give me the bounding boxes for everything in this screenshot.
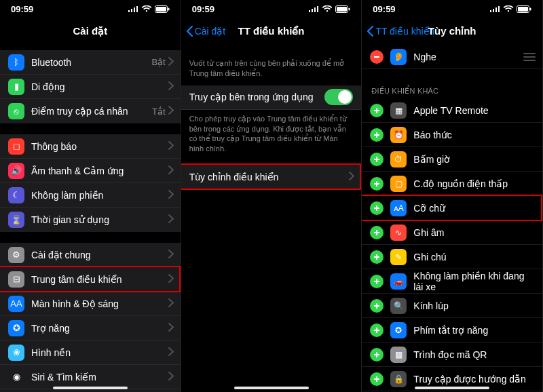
- control-label: Phím tắt trợ năng: [413, 325, 536, 336]
- settings-row[interactable]: ▮Di động: [0, 75, 181, 99]
- svg-rect-12: [337, 7, 347, 12]
- settings-row[interactable]: ✪Trợ năng: [0, 316, 181, 340]
- status-indicators: [490, 5, 531, 13]
- chevron-right-icon: [168, 298, 174, 309]
- add-button[interactable]: [370, 324, 383, 337]
- row-label: Siri & Tìm kiếm: [31, 372, 168, 383]
- control-item[interactable]: ▩Trình đọc mã QR: [362, 342, 542, 367]
- back-label: Cài đặt: [195, 26, 226, 37]
- chevron-right-icon: [168, 57, 174, 68]
- control-item[interactable]: ᴀACỡ chữ: [362, 196, 542, 220]
- settings-row[interactable]: ⚙Cài đặt chung: [0, 243, 181, 267]
- add-button[interactable]: [370, 348, 383, 361]
- page-title: Tùy chỉnh: [428, 25, 476, 37]
- settings-row[interactable]: ☺Face ID & Mật mã: [0, 389, 181, 392]
- control-label: Cỡ chữ: [413, 203, 536, 214]
- add-button[interactable]: [370, 275, 383, 288]
- add-button[interactable]: [370, 250, 383, 264]
- textsize-icon: ᴀA: [390, 200, 407, 216]
- svg-rect-33: [374, 232, 379, 233]
- status-time: 09:59: [373, 4, 395, 14]
- add-button[interactable]: [370, 226, 383, 239]
- settings-row[interactable]: ❀Hình nền: [0, 340, 181, 365]
- chevron-right-icon: [168, 323, 174, 334]
- add-button[interactable]: [370, 372, 383, 386]
- svg-rect-29: [374, 183, 379, 184]
- control-label: Bấm giờ: [413, 154, 536, 165]
- car-dnd-icon: 🚗: [390, 273, 407, 290]
- chevron-right-icon: [349, 172, 354, 182]
- row-access-in-apps[interactable]: Truy cập bên trong ứng dụng: [181, 85, 362, 110]
- settings-row[interactable]: ☾Không làm phiền: [0, 183, 181, 208]
- row-label: Trợ năng: [31, 323, 168, 334]
- settings-row[interactable]: ◉Siri & Tìm kiếm: [0, 365, 181, 389]
- settings-row[interactable]: ᛒBluetoothBật: [0, 50, 181, 75]
- back-button[interactable]: TT điều khiển: [362, 25, 434, 37]
- guided-access-icon: 🔒: [390, 371, 407, 387]
- wifi-icon: [322, 5, 333, 13]
- add-button[interactable]: [370, 104, 383, 117]
- control-item[interactable]: 🔍Kính lúp: [362, 294, 542, 318]
- control-label: Ghi âm: [413, 227, 536, 238]
- control-item[interactable]: ⏱Bấm giờ: [362, 147, 542, 172]
- svg-rect-1: [131, 9, 132, 12]
- row-label: Thời gian sử dụng: [31, 214, 168, 225]
- svg-rect-19: [518, 7, 528, 12]
- settings-row[interactable]: ⌛Thời gian sử dụng: [0, 208, 181, 232]
- svg-rect-17: [498, 6, 500, 12]
- navbar: Cài đặt TT điều khiển: [181, 18, 362, 45]
- add-button[interactable]: [370, 201, 383, 215]
- settings-row[interactable]: ⊟Trung tâm điều khiển: [0, 267, 181, 292]
- svg-rect-15: [493, 9, 494, 12]
- settings-row[interactable]: ⎋Điểm truy cập cá nhânTắt: [0, 99, 181, 123]
- add-button[interactable]: [370, 128, 383, 142]
- alarm-icon: ⏰: [390, 127, 407, 143]
- row-customize-controls[interactable]: Tùy chỉnh điều khiển: [181, 165, 362, 189]
- sound-icon: 🔊: [8, 163, 24, 179]
- control-label: Nghe: [413, 52, 523, 62]
- svg-rect-27: [374, 159, 379, 160]
- control-item[interactable]: 👂Nghe: [362, 45, 542, 69]
- control-item[interactable]: 🚗Không làm phiền khi đang lái xe: [362, 269, 542, 294]
- dnd-icon: ☾: [8, 187, 24, 203]
- settings-row[interactable]: 🔊Âm thanh & Cảm ứng: [0, 159, 181, 183]
- lowpower-icon: ▢: [390, 176, 407, 192]
- control-item[interactable]: ▦Apple TV Remote: [362, 98, 542, 123]
- control-item[interactable]: ∿Ghi âm: [362, 220, 542, 245]
- remove-button[interactable]: [370, 50, 383, 64]
- general-icon: ⚙: [8, 247, 24, 263]
- back-button[interactable]: Cài đặt: [181, 25, 226, 37]
- chevron-right-icon: [168, 274, 174, 285]
- page-title: Cài đặt: [73, 25, 107, 37]
- accessibility-icon: ✪: [8, 320, 24, 336]
- add-button[interactable]: [370, 299, 383, 313]
- control-item[interactable]: ⏰Báo thức: [362, 123, 542, 147]
- svg-rect-8: [312, 9, 313, 12]
- toggle-on[interactable]: [324, 89, 353, 105]
- chevron-right-icon: [168, 190, 174, 201]
- apple-tv-icon: ▦: [390, 102, 407, 119]
- status-indicators: [309, 5, 350, 13]
- control-label: Truy cập được hướng dẫn: [413, 374, 536, 385]
- row-label: Không làm phiền: [31, 190, 168, 201]
- drag-handle-icon[interactable]: [523, 53, 536, 61]
- add-button[interactable]: [370, 177, 383, 191]
- control-item[interactable]: ✎Ghi chú: [362, 245, 542, 269]
- control-item[interactable]: ▢C.độ nguồn điện thấp: [362, 172, 542, 196]
- group-header-more: ĐIỀU KHIỂN KHÁC: [362, 84, 542, 98]
- row-label: Trung tâm điều khiển: [31, 274, 168, 285]
- settings-row[interactable]: AAMàn hình & Độ sáng: [0, 292, 181, 316]
- add-button[interactable]: [370, 153, 383, 166]
- screen-customize: 09:59 TT điều khiển Tùy chỉnh 👂Nghe ĐIỀU…: [362, 0, 543, 392]
- chevron-right-icon: [168, 81, 174, 92]
- accessibility-shortcut-icon: ✪: [390, 322, 407, 338]
- row-label: Âm thanh & Cảm ứng: [31, 165, 168, 176]
- svg-rect-2: [134, 7, 135, 12]
- settings-row[interactable]: ◻Thông báo: [0, 134, 181, 159]
- description-access: Cho phép truy cập vào Trung tâm điều khi…: [181, 110, 362, 158]
- status-bar: 09:59: [181, 0, 362, 18]
- control-item[interactable]: ✪Phím tắt trợ năng: [362, 318, 542, 342]
- row-value: Bật: [151, 57, 165, 67]
- status-bar: 09:59: [0, 0, 181, 18]
- row-label: Bluetooth: [31, 57, 151, 68]
